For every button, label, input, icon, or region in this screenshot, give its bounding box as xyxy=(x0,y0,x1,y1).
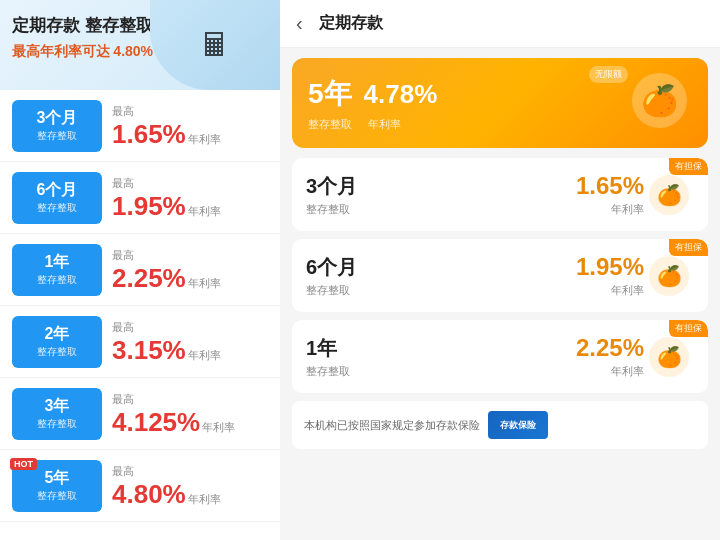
rate-value: 2.25% xyxy=(112,265,186,291)
rate-section: 最高 4.80% 年利率 xyxy=(112,464,268,507)
back-button[interactable]: ‹ xyxy=(296,12,303,35)
header-bg-decoration: 🖩 xyxy=(150,0,280,90)
right-header: ‹ 定期存款 xyxy=(280,0,720,48)
featured-rate-label: 年利率 xyxy=(368,117,401,132)
rate-unit: 年利率 xyxy=(188,276,221,291)
rate-section: 最高 4.125% 年利率 xyxy=(112,392,268,435)
max-label: 最高 xyxy=(112,320,268,335)
right-panel: ‹ 定期存款 5年 4.78% 整存整取 年利率 无限额 🍊 xyxy=(280,0,720,540)
rate-unit: 年利率 xyxy=(188,204,221,219)
right-rate-value: 1.95% xyxy=(576,253,644,281)
right-term: 1年 xyxy=(306,335,576,362)
right-rate-label: 年利率 xyxy=(576,202,644,217)
list-item[interactable]: 3个月 整存整取 最高 1.65% 年利率 xyxy=(0,90,280,162)
right-rate-section: 2.25% 年利率 xyxy=(576,334,644,379)
right-mascot: 🍊 xyxy=(644,175,694,215)
featured-info: 5年 4.78% 整存整取 年利率 xyxy=(308,75,632,132)
type-text: 整存整取 xyxy=(37,201,77,215)
insurance-bar: 本机构已按照国家规定参加存款保险 存款保险 xyxy=(292,401,708,449)
rate-unit: 年利率 xyxy=(188,132,221,147)
term-label-5y: HOT 5年 整存整取 xyxy=(12,460,102,512)
featured-product-card[interactable]: 5年 4.78% 整存整取 年利率 无限额 🍊 xyxy=(292,58,708,148)
type-text: 整存整取 xyxy=(37,417,77,431)
insurance-logo: 存款保险 xyxy=(488,411,548,439)
rate-section: 最高 1.65% 年利率 xyxy=(112,104,268,147)
term-text: 3年 xyxy=(45,396,70,417)
term-label-3m: 3个月 整存整取 xyxy=(12,100,102,152)
left-product-list: 3个月 整存整取 最高 1.65% 年利率 6个月 整存整取 最高 1.95% xyxy=(0,90,280,540)
right-type: 整存整取 xyxy=(306,364,576,379)
list-item[interactable]: HOT 5年 整存整取 最高 4.80% 年利率 xyxy=(0,450,280,522)
type-text: 整存整取 xyxy=(37,273,77,287)
right-rate-label: 年利率 xyxy=(576,364,644,379)
term-label-3y: 3年 整存整取 xyxy=(12,388,102,440)
mascot-icon: 🍊 xyxy=(649,337,689,377)
left-header: 🖩 定期存款 整存整取 最高年利率可达 4.80% xyxy=(0,0,280,90)
rate-value: 3.15% xyxy=(112,337,186,363)
insurance-text: 本机构已按照国家规定参加存款保险 xyxy=(304,418,480,433)
term-label-2y: 2年 整存整取 xyxy=(12,316,102,368)
hot-badge: HOT xyxy=(10,458,37,470)
left-panel: 🖩 定期存款 整存整取 最高年利率可达 4.80% 3个月 整存整取 最高 1.… xyxy=(0,0,280,540)
max-label: 最高 xyxy=(112,464,268,479)
product-tag: 有担保 xyxy=(669,320,708,337)
rate-value: 4.125% xyxy=(112,409,200,435)
term-text: 5年 xyxy=(45,468,70,489)
rate-unit: 年利率 xyxy=(188,492,221,507)
right-term: 6个月 xyxy=(306,254,576,281)
product-tag: 有担保 xyxy=(669,158,708,175)
right-term: 3个月 xyxy=(306,173,576,200)
no-limit-tag: 无限额 xyxy=(589,66,628,83)
right-rate-section: 1.95% 年利率 xyxy=(576,253,644,298)
right-list-item[interactable]: 3个月 整存整取 1.65% 年利率 🍊 有担保 xyxy=(292,158,708,231)
featured-mascot: 🍊 xyxy=(632,73,692,133)
right-mascot: 🍊 xyxy=(644,256,694,296)
max-rate: 4.80% xyxy=(113,43,153,59)
right-item-info: 3个月 整存整取 xyxy=(306,173,576,217)
rate-value: 1.65% xyxy=(112,121,186,147)
right-list-item[interactable]: 1年 整存整取 2.25% 年利率 🍊 有担保 xyxy=(292,320,708,393)
right-rate-value: 2.25% xyxy=(576,334,644,362)
term-text: 1年 xyxy=(45,252,70,273)
featured-term: 5年 xyxy=(308,75,352,113)
term-text: 3个月 xyxy=(37,108,78,129)
term-label-1y: 1年 整存整取 xyxy=(12,244,102,296)
term-text: 2年 xyxy=(45,324,70,345)
list-item[interactable]: 6个月 整存整取 最高 1.95% 年利率 xyxy=(0,162,280,234)
max-label: 最高 xyxy=(112,176,268,191)
rate-unit: 年利率 xyxy=(202,420,235,435)
rate-value: 1.95% xyxy=(112,193,186,219)
type-text: 整存整取 xyxy=(37,345,77,359)
right-item-info: 6个月 整存整取 xyxy=(306,254,576,298)
right-title: 定期存款 xyxy=(319,13,383,34)
subtitle-prefix: 最高年利率可达 xyxy=(12,43,110,59)
type-text: 整存整取 xyxy=(37,129,77,143)
max-label: 最高 xyxy=(112,104,268,119)
right-rate-section: 1.65% 年利率 xyxy=(576,172,644,217)
max-label: 最高 xyxy=(112,248,268,263)
list-item[interactable]: 1年 整存整取 最高 2.25% 年利率 xyxy=(0,234,280,306)
list-item[interactable]: 2年 整存整取 最高 3.15% 年利率 xyxy=(0,306,280,378)
max-label: 最高 xyxy=(112,392,268,407)
calculator-icon: 🖩 xyxy=(199,27,231,64)
featured-term-label: 整存整取 xyxy=(308,117,352,132)
right-content: 5年 4.78% 整存整取 年利率 无限额 🍊 3个月 整存整取 1.65% xyxy=(280,48,720,540)
right-type: 整存整取 xyxy=(306,283,576,298)
mascot-icon: 🍊 xyxy=(632,73,687,128)
term-label-6m: 6个月 整存整取 xyxy=(12,172,102,224)
list-item[interactable]: 3年 整存整取 最高 4.125% 年利率 xyxy=(0,378,280,450)
right-item-info: 1年 整存整取 xyxy=(306,335,576,379)
rate-section: 最高 2.25% 年利率 xyxy=(112,248,268,291)
type-text: 整存整取 xyxy=(37,489,77,503)
rate-value: 4.80% xyxy=(112,481,186,507)
rate-section: 最高 1.95% 年利率 xyxy=(112,176,268,219)
term-text: 6个月 xyxy=(37,180,78,201)
rate-section: 最高 3.15% 年利率 xyxy=(112,320,268,363)
mascot-icon: 🍊 xyxy=(649,175,689,215)
right-mascot: 🍊 xyxy=(644,337,694,377)
right-rate-value: 1.65% xyxy=(576,172,644,200)
featured-rate: 4.78% xyxy=(364,79,438,110)
right-rate-label: 年利率 xyxy=(576,283,644,298)
right-list-item[interactable]: 6个月 整存整取 1.95% 年利率 🍊 有担保 xyxy=(292,239,708,312)
rate-unit: 年利率 xyxy=(188,348,221,363)
